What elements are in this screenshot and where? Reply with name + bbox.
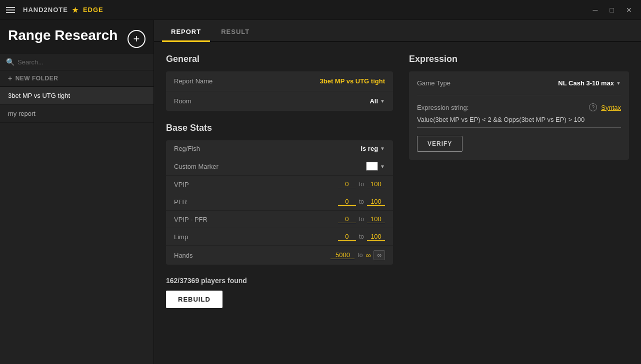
brand-name: HAND2NOTE — [23, 6, 68, 13]
pfr-from[interactable] — [338, 198, 356, 206]
hands-row: Hands to ∞ ∞ — [166, 246, 393, 265]
stats-card: Reg/Fish Is reg ▼ Custom Marker ▼ — [166, 140, 393, 265]
game-type-dropdown[interactable]: NL Cash 3-10 max ▼ — [558, 79, 621, 87]
reg-fish-row: Reg/Fish Is reg ▼ — [166, 140, 393, 157]
vpip-from[interactable] — [338, 180, 356, 188]
pfr-to: to — [359, 198, 364, 205]
general-card: Report Name 3bet MP vs UTG tight Room Al… — [166, 71, 393, 111]
right-column: Expression Game Type NL Cash 3-10 max ▼ … — [409, 54, 629, 352]
plus-icon: + — [8, 74, 12, 82]
custom-marker-label: Custom Marker — [174, 163, 366, 170]
base-stats-title: Base Stats — [166, 123, 393, 133]
hands-from[interactable] — [330, 251, 354, 259]
sidebar-search: 🔍 — [0, 54, 154, 70]
vpip-to-val[interactable] — [367, 180, 385, 188]
general-section: General Report Name 3bet MP vs UTG tight… — [166, 54, 393, 111]
menu-button[interactable] — [6, 7, 15, 13]
base-stats-section: Base Stats Reg/Fish Is reg ▼ Cus — [166, 123, 393, 265]
game-type-value: NL Cash 3-10 max — [558, 79, 614, 87]
vpip-label: VPIP — [174, 181, 338, 188]
expression-string-value[interactable]: Value(3bet MP vs EP) < 2 && Opps(3bet MP… — [417, 115, 621, 128]
expression-string-label: Expression string: — [417, 104, 468, 111]
vpip-pfr-to-val[interactable] — [367, 215, 385, 223]
game-type-label: Game Type — [417, 79, 450, 87]
general-title: General — [166, 54, 393, 64]
pfr-to-val[interactable] — [367, 198, 385, 206]
reg-fish-dropdown[interactable]: Is reg ▼ — [360, 145, 385, 152]
sidebar-items: 3bet MP vs UTG tight my report — [0, 87, 154, 364]
room-dropdown-arrow: ▼ — [380, 98, 385, 104]
tab-result[interactable]: RESULT — [212, 23, 258, 42]
game-type-row: Game Type NL Cash 3-10 max ▼ — [417, 79, 621, 87]
hands-inputs: to ∞ ∞ — [330, 250, 385, 260]
room-dropdown[interactable]: All ▼ — [370, 97, 385, 105]
report-name-value[interactable]: 3bet MP vs UTG tight — [320, 77, 386, 85]
pfr-label: PFR — [174, 198, 338, 206]
verify-button[interactable]: VERIFY — [417, 136, 462, 152]
new-folder-button[interactable]: + NEW FOLDER — [0, 70, 154, 87]
minimize-button[interactable]: ─ — [590, 5, 601, 15]
limp-inputs: to — [338, 233, 385, 241]
search-icon: 🔍 — [6, 58, 14, 66]
pfr-inputs: to — [338, 198, 385, 206]
report-name-row: Report Name 3bet MP vs UTG tight — [166, 71, 393, 91]
hands-label: Hands — [174, 252, 330, 259]
players-found-section: 162/37369 players found REBUILD — [166, 277, 393, 308]
players-found-text: 162/37369 players found — [166, 277, 393, 285]
main-layout: Range Research + 🔍 + NEW FOLDER 3bet MP … — [0, 20, 641, 364]
pfr-row: PFR to — [166, 193, 393, 211]
maximize-button[interactable]: □ — [607, 5, 617, 15]
expression-card: Game Type NL Cash 3-10 max ▼ Expression … — [409, 71, 629, 160]
infinity-symbol: ∞ — [366, 251, 370, 259]
vpip-inputs: to — [338, 180, 385, 188]
sidebar-item-label: 3bet MP vs UTG tight — [8, 92, 70, 99]
search-wrapper: 🔍 — [6, 58, 148, 66]
hands-to: to — [358, 252, 362, 259]
titlebar: HAND2NOTE ★ EDGE ─ □ ✕ — [0, 0, 641, 20]
content: REPORT RESULT General Report Name 3bet M… — [154, 20, 641, 364]
vpip-pfr-label: VPIP - PFR — [174, 216, 338, 223]
limp-label: Limp — [174, 233, 338, 241]
left-column: General Report Name 3bet MP vs UTG tight… — [166, 54, 393, 352]
custom-marker-row: Custom Marker ▼ — [166, 157, 393, 176]
limp-to-val[interactable] — [367, 233, 385, 241]
close-button[interactable]: ✕ — [623, 5, 635, 15]
sidebar-item-3bet[interactable]: 3bet MP vs UTG tight — [0, 87, 154, 105]
vpip-pfr-inputs: to — [338, 215, 385, 223]
brand: HAND2NOTE ★ EDGE — [23, 6, 104, 14]
reg-fish-value: Is reg — [360, 145, 378, 152]
syntax-link[interactable]: Syntax — [601, 104, 621, 111]
infinity-button[interactable]: ∞ — [374, 250, 385, 260]
limp-row: Limp to — [166, 228, 393, 246]
tab-report[interactable]: REPORT — [162, 23, 210, 42]
sidebar-item-label: my report — [8, 110, 36, 117]
limp-from[interactable] — [338, 233, 356, 241]
brand-edge: EDGE — [83, 6, 104, 13]
content-body: General Report Name 3bet MP vs UTG tight… — [154, 42, 641, 364]
sidebar-header: Range Research + — [0, 20, 154, 54]
brand-star: ★ — [72, 6, 79, 14]
help-icon[interactable]: ? — [589, 103, 597, 111]
rebuild-button[interactable]: REBUILD — [166, 291, 222, 308]
vpip-row: VPIP to — [166, 176, 393, 193]
sidebar-item-myreport[interactable]: my report — [0, 105, 154, 123]
sidebar: Range Research + 🔍 + NEW FOLDER 3bet MP … — [0, 20, 154, 364]
vpip-pfr-from[interactable] — [338, 215, 356, 223]
expression-string-label-row: Expression string: ? Syntax — [417, 103, 621, 111]
custom-marker-dropdown[interactable]: ▼ — [366, 162, 385, 171]
expression-title: Expression — [409, 54, 629, 64]
color-marker-box — [366, 162, 378, 171]
reg-fish-label: Reg/Fish — [174, 145, 360, 152]
window-controls: ─ □ ✕ — [590, 5, 635, 15]
limp-to: to — [359, 233, 364, 240]
game-type-dropdown-arrow: ▼ — [616, 80, 621, 86]
room-label: Room — [174, 97, 370, 105]
report-name-label: Report Name — [174, 77, 320, 85]
search-input[interactable] — [18, 58, 148, 66]
vpip-pfr-row: VPIP - PFR to — [166, 211, 393, 228]
sidebar-title: Range Research — [8, 28, 118, 43]
tabs: REPORT RESULT — [154, 20, 641, 42]
new-folder-label: NEW FOLDER — [16, 75, 58, 82]
add-report-button[interactable]: + — [128, 30, 146, 48]
reg-fish-dropdown-arrow: ▼ — [380, 146, 385, 151]
